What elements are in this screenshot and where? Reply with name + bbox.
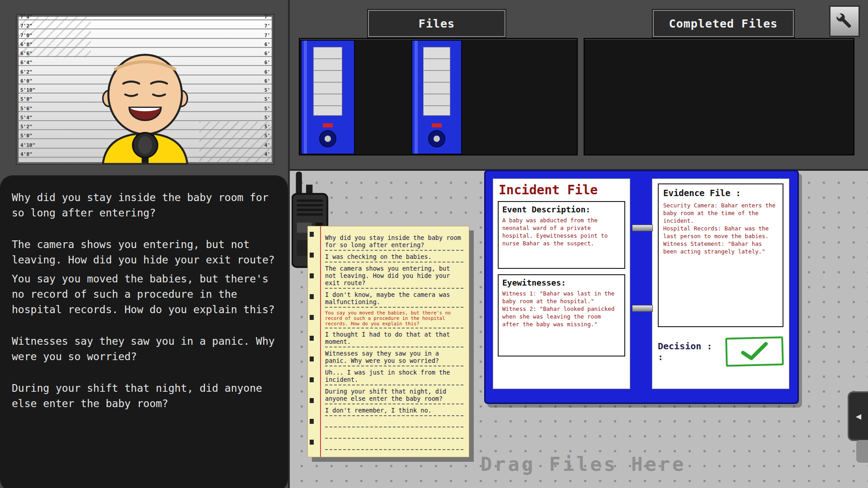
- height-label-left: 7'2": [20, 23, 33, 29]
- binder-red-tag: [323, 123, 333, 127]
- height-chart-line: 6'8" 6': [19, 47, 272, 48]
- left-column: 7'4" 7' 7'2" 7' 7'0" 7' 6'8" 6' 6'6" 6' …: [0, 0, 290, 488]
- side-panel-handle[interactable]: ◀: [848, 391, 868, 441]
- height-label-right: 7': [264, 14, 270, 20]
- binder-red-tag: [432, 123, 442, 127]
- height-label-right: 5': [264, 115, 270, 121]
- height-label-left: 5'10": [20, 87, 35, 93]
- suspect-mugshot-panel: 7'4" 7' 7'2" 7' 7'0" 7' 6'8" 6' 6'6" 6' …: [17, 15, 274, 164]
- incident-file-page: Incident File Event Description: A baby …: [493, 178, 630, 389]
- evidence-file-header: Evidence File :: [663, 188, 778, 198]
- binder-label: [313, 47, 343, 116]
- incident-file-title: Incident File: [499, 183, 625, 197]
- notepad-line: I don't know, maybe the camera was malfu…: [325, 291, 463, 308]
- height-label-left: 5'2": [20, 124, 33, 130]
- eyewitnesses-header: Eyewitnesses:: [502, 278, 621, 287]
- evidence-list: Security Camera: Bahar enters the baby r…: [663, 202, 778, 255]
- notepad-line: I don't remember, I think no.: [325, 406, 463, 416]
- notepad-line: Uh... I was just in shock from the incid…: [325, 368, 463, 385]
- eyewitnesses-box: Eyewitnesses: Witness 1: "Bahar was last…: [498, 274, 625, 357]
- notepad-line: Why did you stay inside the baby room fo…: [325, 234, 463, 251]
- height-label-left: 5'6": [20, 106, 33, 112]
- binder-label: [423, 47, 450, 116]
- decision-label: Decision : :: [658, 341, 719, 362]
- interrogation-question: The camera shows you entering, but not l…: [12, 237, 276, 267]
- height-label-left: 7'0": [20, 33, 33, 38]
- height-label-right: 6': [264, 60, 270, 66]
- height-chart-line: 7'0" 7': [19, 38, 272, 39]
- drag-files-hint: Drag Files Here: [481, 453, 686, 475]
- wrench-icon: [835, 11, 854, 31]
- notepad-line: The camera shows you entering, but not l…: [325, 264, 463, 289]
- interrogation-question: During your shift that night, did anyone…: [12, 380, 276, 411]
- height-label-left: 5'0": [20, 133, 33, 139]
- green-checkmark-icon: [738, 341, 770, 362]
- height-label-right: 6': [264, 42, 270, 47]
- height-label-left: 4'10": [20, 142, 35, 148]
- height-label-right: 7': [264, 33, 270, 38]
- files-shelf: [299, 38, 578, 155]
- height-chart-line: 7'2" 7': [19, 28, 272, 29]
- height-label-right: 5': [264, 96, 270, 102]
- event-description-box: Event Description: A baby was abducted f…: [498, 201, 625, 269]
- notepad-line: [325, 441, 463, 450]
- notepad-transcript: Why did you stay inside the baby room fo…: [325, 234, 463, 452]
- completed-files-shelf: [584, 38, 854, 155]
- file-binder[interactable]: [411, 40, 462, 155]
- notepad-line: I thought I had to do that at that momen…: [325, 330, 463, 347]
- binder-ring: [428, 130, 445, 147]
- height-label-left: 6'8": [20, 42, 33, 47]
- event-description-body: A baby was abducted from the neonatal wa…: [502, 216, 621, 247]
- evidence-item: Security Camera: Bahar enters the baby r…: [663, 202, 778, 225]
- height-label-left: 7'4": [20, 14, 33, 20]
- evidence-file-page: Evidence File : Security Camera: Bahar e…: [652, 178, 789, 389]
- height-label-right: 6': [264, 78, 270, 84]
- interrogation-question: You say you moved the babies, but there'…: [12, 271, 276, 317]
- height-label-left: 6'4": [20, 60, 33, 66]
- height-chart-line: 7'4" 7': [19, 19, 272, 20]
- height-label-right: 4': [264, 142, 270, 148]
- side-panel-handle-secondary[interactable]: [856, 440, 868, 463]
- notepad-line: Witnesses say they saw you in a panic. W…: [325, 349, 463, 366]
- interrogation-notepad[interactable]: Why did you stay inside the baby room fo…: [307, 226, 469, 457]
- eyewitness-statements: Witness 1: "Bahar was last in the baby r…: [502, 290, 621, 328]
- notepad-line: [325, 429, 463, 439]
- question-list: Why did you stay inside the baby room fo…: [0, 175, 288, 426]
- notepad-line: You say you moved the babies, but there'…: [325, 310, 463, 328]
- witness-statement: Witness 1: "Bahar was last in the baby r…: [502, 290, 621, 305]
- height-label-right: 5': [264, 124, 270, 130]
- height-label-right: 7': [264, 23, 270, 29]
- settings-button[interactable]: [829, 5, 860, 37]
- tab-completed-files-label: Completed Files: [669, 17, 778, 30]
- height-label-left: 6'6": [20, 51, 33, 56]
- decision-approve-checkbox[interactable]: [725, 336, 784, 366]
- height-label-right: 6': [264, 69, 270, 75]
- file-binder[interactable]: [301, 40, 355, 155]
- binder-ring: [319, 130, 336, 147]
- notepad-line: I was checking on the babies.: [325, 253, 463, 263]
- height-label-left: 6'2": [20, 69, 33, 75]
- height-label-right: 5': [264, 106, 270, 112]
- height-label-left: 4'8": [20, 151, 33, 157]
- event-description-header: Event Description:: [502, 205, 621, 214]
- tab-completed-files[interactable]: Completed Files: [653, 10, 794, 37]
- folder-clip: [632, 225, 653, 231]
- height-label-right: 5': [264, 133, 270, 139]
- height-label-right: 4': [264, 151, 270, 157]
- witness-statement: Witness 2: "Bahar looked panicked when s…: [502, 305, 621, 328]
- notepad-line: During your shift that night, did anyone…: [325, 387, 463, 404]
- notepad-margin-line: [320, 226, 321, 457]
- height-label-right: 5': [264, 87, 270, 93]
- height-label-left: 6'0": [20, 78, 33, 84]
- tab-files[interactable]: Files: [368, 10, 505, 37]
- binder-edge: [304, 41, 307, 154]
- interrogation-question: Why did you stay inside the baby room fo…: [12, 190, 276, 221]
- suspect-character: [85, 49, 205, 164]
- height-label-right: 6': [264, 51, 270, 56]
- interrogation-question: Witnesses say they saw you in a panic. W…: [12, 333, 276, 364]
- folder-clip: [632, 305, 653, 312]
- case-folder[interactable]: Incident File Event Description: A baby …: [484, 170, 799, 404]
- evidence-box: Evidence File : Security Camera: Bahar e…: [658, 183, 783, 327]
- evidence-item: Hospital Records: Bahar was the last per…: [663, 225, 778, 240]
- evidence-item: Witness Statement: "Bahar has been actin…: [663, 240, 778, 255]
